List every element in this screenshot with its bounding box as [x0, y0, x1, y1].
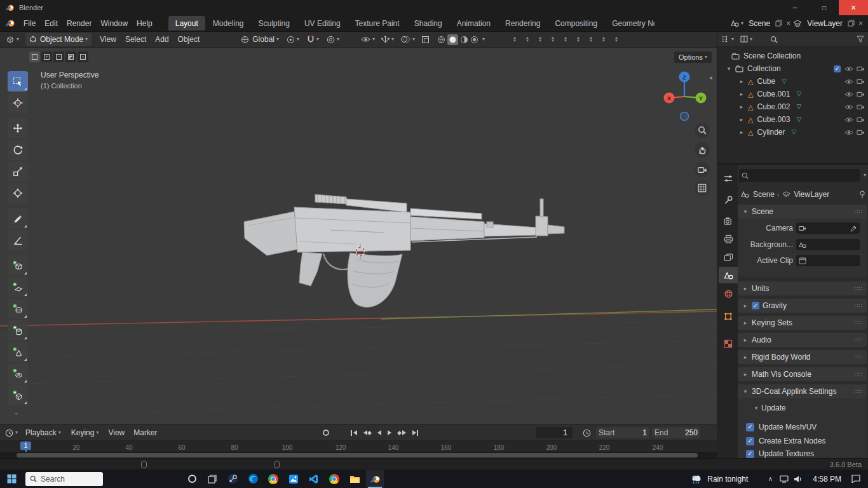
object-disclosure[interactable]: ▸: [738, 116, 745, 123]
remove-viewlayer-icon[interactable]: ×: [858, 19, 863, 28]
prev-keyframe-button[interactable]: [360, 426, 375, 439]
render-camera-icon[interactable]: [857, 129, 865, 135]
tool-add-plane[interactable]: [8, 277, 28, 297]
tab-scene[interactable]: [719, 267, 738, 283]
options-button[interactable]: Options ▾: [674, 51, 712, 63]
pivot-point-dropdown[interactable]: ▾: [287, 36, 299, 44]
outliner-row-scene-collection[interactable]: Scene Collection: [717, 50, 868, 62]
create-nodes-checkbox[interactable]: ✓: [746, 437, 754, 445]
viewport-menu-view[interactable]: View: [95, 32, 121, 48]
transform-orientation-dropdown[interactable]: Global ▾: [241, 35, 279, 44]
header-stepper-widget[interactable]: ▲▼: [599, 34, 608, 45]
editor-type-button[interactable]: ▾: [0, 36, 22, 44]
menu-file[interactable]: File: [19, 15, 40, 32]
cortana-icon[interactable]: [183, 470, 201, 488]
workspace-tab-animation[interactable]: Animation: [450, 16, 498, 30]
panel-scene-header[interactable]: ▾ Scene ∷∷: [738, 205, 867, 219]
check-row-update-mesh[interactable]: ✓ Update Mesh/UV: [746, 421, 817, 433]
outliner-filter-icon[interactable]: [857, 36, 864, 43]
minimize-button[interactable]: –: [780, 0, 810, 15]
timeline-scrollbar-track[interactable]: [0, 452, 717, 458]
app-icon-edge[interactable]: [244, 470, 262, 488]
tab-object[interactable]: [719, 308, 738, 325]
object-disclosure[interactable]: ▸: [738, 91, 745, 97]
tool-add-sphere[interactable]: [8, 299, 28, 319]
object-disclosure[interactable]: ▸: [738, 104, 745, 110]
volume-icon[interactable]: [791, 470, 805, 488]
workspace-tab-geometry-nodes[interactable]: Geometry Noc: [605, 16, 654, 30]
panel-gravity[interactable]: ▸ ✓ Gravity ∷∷: [738, 299, 867, 313]
outliner-row-object[interactable]: ▸ △ Cube ▽: [717, 75, 868, 88]
tool-select-box[interactable]: [8, 71, 28, 92]
tool-transform[interactable]: [8, 183, 28, 203]
panel-disclosure[interactable]: ▸: [740, 371, 750, 377]
hide-eye-icon[interactable]: [844, 104, 853, 110]
select-mode-extend[interactable]: +: [41, 51, 52, 62]
maximize-button[interactable]: □: [810, 0, 839, 15]
outliner-row-object[interactable]: ▸ △ Cylinder ▽: [717, 126, 868, 139]
overlays-dropdown[interactable]: ▾: [400, 36, 415, 43]
tab-world[interactable]: [719, 285, 738, 302]
xray-toggle[interactable]: [421, 36, 430, 44]
eyedropper-icon[interactable]: [850, 225, 857, 232]
collection-disclosure[interactable]: ▾: [725, 65, 733, 72]
viewport[interactable]: + − ◩ ∩ Options ▾ User Perspective (1) C…: [0, 48, 717, 424]
panel-drag-dots[interactable]: ∷∷: [855, 285, 863, 292]
tab-tool[interactable]: [719, 191, 738, 208]
start-button[interactable]: [3, 470, 20, 488]
end-frame-field[interactable]: End 250: [652, 427, 700, 438]
tool-add-torus[interactable]: [8, 363, 28, 384]
select-mode-invert[interactable]: ◩: [65, 51, 76, 62]
outliner-display-mode-dropdown[interactable]: ▾: [740, 36, 752, 43]
object-disclosure[interactable]: ▸: [738, 78, 745, 85]
render-camera-icon[interactable]: [857, 65, 865, 72]
taskbar-search-box[interactable]: Search: [25, 472, 103, 486]
collection-checkbox[interactable]: ✓: [834, 65, 841, 72]
ortho-toggle-button[interactable]: [695, 180, 710, 196]
properties-options-chevron[interactable]: ▾: [864, 173, 866, 178]
header-stepper-widget[interactable]: ▲▼: [574, 34, 583, 45]
tool-add-cone[interactable]: [8, 342, 28, 362]
tool-add-cube[interactable]: [8, 255, 28, 276]
shading-solid-button[interactable]: [447, 34, 458, 45]
panel-disclosure[interactable]: ▸: [740, 285, 750, 292]
background-scene-field[interactable]: [796, 239, 860, 250]
panel-disclosure[interactable]: ▸: [740, 354, 750, 360]
tool-measure[interactable]: [8, 230, 28, 250]
timeline-editor-type-button[interactable]: ▾: [0, 429, 20, 437]
select-mode-set[interactable]: [29, 51, 40, 62]
viewlayer-datablock-selector[interactable]: ViewLayer ×: [793, 19, 863, 28]
shading-rendered-button[interactable]: [470, 36, 478, 44]
workspace-tab-texture-paint[interactable]: Texture Paint: [348, 16, 407, 30]
panel-math-vis-console[interactable]: ▸ Math Vis Console ∷∷: [738, 367, 867, 381]
panel-disclosure[interactable]: ▾: [740, 388, 750, 395]
header-stepper-widget[interactable]: ▲▼: [587, 34, 595, 45]
panel-drag-dots[interactable]: ∷∷: [855, 208, 863, 215]
record-button[interactable]: [320, 426, 332, 439]
viewport-menu-add[interactable]: Add: [151, 32, 173, 48]
menu-help[interactable]: Help: [132, 15, 157, 32]
properties-search-field[interactable]: [739, 169, 860, 182]
shading-wireframe-button[interactable]: [437, 36, 445, 44]
hide-eye-icon[interactable]: [844, 92, 853, 97]
timeline-menu-view[interactable]: View: [104, 424, 129, 441]
tool-annotate[interactable]: [8, 208, 28, 229]
panel-audio[interactable]: ▸ Audio ∷∷: [738, 333, 867, 347]
panel-applink-header[interactable]: ▾ 3D-Coat Applink Settings ∷∷: [738, 384, 867, 398]
clock[interactable]: 4:58 PM: [805, 475, 849, 484]
update-textures-checkbox[interactable]: ✓: [746, 450, 754, 458]
pin-icon[interactable]: [859, 191, 865, 199]
timeline-menu-marker[interactable]: Marker: [129, 424, 161, 441]
outliner-editor-type-button[interactable]: ▾: [721, 36, 734, 43]
panel-drag-dots[interactable]: ∷∷: [855, 388, 863, 395]
jump-to-end-button[interactable]: [409, 426, 422, 439]
render-camera-icon[interactable]: [857, 116, 865, 123]
object-disclosure[interactable]: ▸: [738, 129, 745, 135]
network-icon[interactable]: [777, 470, 791, 488]
gravity-checkbox[interactable]: ✓: [752, 302, 759, 309]
app-icon-photos[interactable]: [285, 470, 302, 488]
playback-dropdown[interactable]: Playback▾: [20, 428, 66, 437]
app-icon-blender[interactable]: [366, 470, 384, 488]
copy-icon[interactable]: [775, 20, 782, 27]
hide-eye-icon[interactable]: [844, 66, 853, 72]
